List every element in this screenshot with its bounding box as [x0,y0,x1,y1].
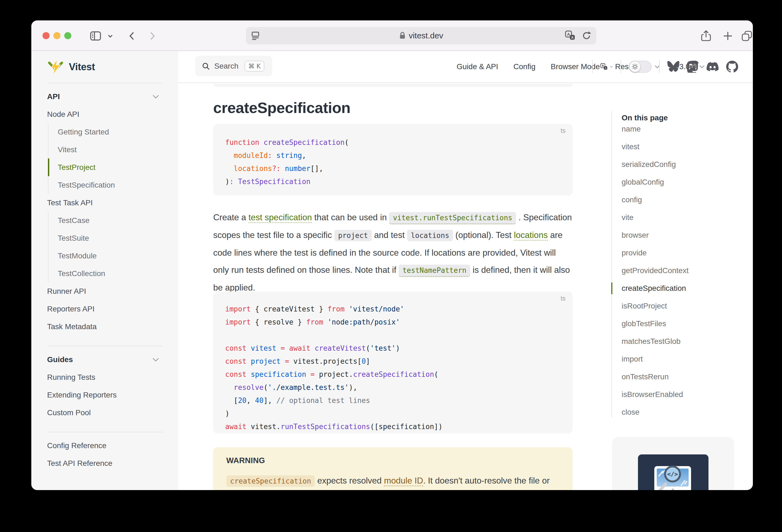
inline-code: createSpecification [226,475,315,487]
new-tab-icon[interactable] [721,30,734,42]
address-bar[interactable]: vitest.dev A A [246,27,596,44]
browser-titlebar: vitest.dev A A [31,21,753,51]
traffic-lights [42,32,71,39]
svg-text:A: A [602,64,604,68]
sidebar-item-label: Guides [47,355,73,364]
sidebar-item-testsuite[interactable]: TestSuite [48,229,178,247]
github-icon[interactable] [726,61,738,73]
sidebar-item-test-task-api[interactable]: Test Task API [31,194,178,212]
sidebar-item-extending-reporters[interactable]: Extending Reporters [31,386,178,404]
sidebar-item-testspecification[interactable]: TestSpecification [48,176,178,194]
url-text: vitest.dev [409,31,443,40]
sidebar-item-testmodule[interactable]: TestModule [48,247,178,264]
outline-link-matchestestglob[interactable]: matchesTestGlob [621,332,688,350]
sidebar-item-label: Test API Reference [47,459,112,468]
search-shortcut: ⌘ K [245,61,264,72]
nav-link-config[interactable]: Config [513,62,536,71]
back-button[interactable] [126,30,139,42]
page-title: createSpecification [213,99,350,116]
sidebar-chevron-down-icon[interactable] [106,30,114,42]
outline-link-globalconfig[interactable]: globalConfig [621,173,688,191]
sidebar-item-label: Running Tests [47,373,95,382]
bluesky-icon[interactable] [667,61,679,73]
search-button[interactable]: Search ⌘ K [195,56,272,76]
sidebar-item-running-tests[interactable]: Running Tests [31,368,178,386]
outline-link-import[interactable]: import [621,350,688,368]
camera-dot [672,489,674,490]
nav-link-guide-api[interactable]: Guide & API [457,62,498,71]
outline-link-globtestfiles[interactable]: globTestFiles [621,315,688,332]
sidebar-item-config-reference[interactable]: Config Reference [31,437,178,454]
outline-link-close[interactable]: close [621,403,688,421]
sidebar-item-getting-started[interactable]: Getting Started [48,123,178,141]
share-icon[interactable] [700,30,712,42]
mastodon-icon[interactable] [687,61,699,73]
monitor-illustration: </> [654,466,691,490]
outline-link-provide[interactable]: provide [621,244,688,262]
sidebar-item-label: Getting Started [58,128,109,136]
outline-link-createspecification[interactable]: createSpecification [621,279,688,297]
docs-navbar: Search ⌘ K Guide & APIConfigBrowser Mode… [178,51,753,83]
sidebar-item-testcase[interactable]: TestCase [48,212,178,229]
sponsor-card[interactable]: </> [612,437,734,490]
sidebar-item-label: Runner API [47,287,86,296]
previous-code-block-remnant [213,84,573,87]
sidebar-item-guides[interactable]: Guides [31,351,178,368]
outline-links: namevitestserializedConfigglobalConfigco… [621,120,688,421]
outline-link-vite[interactable]: vite [621,209,688,226]
search-icon [202,62,210,70]
outline-link-config[interactable]: config [621,191,688,209]
sidebar-item-reporters-api[interactable]: Reporters API [31,300,178,318]
outline-link-browser[interactable]: browser [621,226,688,244]
theme-toggle[interactable] [629,61,651,73]
tab-overview-icon[interactable] [741,30,753,42]
svg-text:A: A [605,67,606,69]
inline-link[interactable]: module ID [384,476,423,486]
translate-icon[interactable]: A A [565,30,576,41]
outline-link-ontestsrerun[interactable]: onTestsRerun [621,368,688,386]
sponsor-image: </> [638,454,709,490]
inline-link[interactable]: testNamePattern [399,264,470,277]
warning-title: WARNING [226,456,560,465]
forward-button[interactable] [146,30,158,42]
code-block-example[interactable]: ts import { createVitest } from 'vitest/… [213,292,573,433]
screenshot-stage: vitest.dev A A [0,0,782,532]
minimize-window-button[interactable] [54,32,61,39]
outline-link-isrootproject[interactable]: isRootProject [621,297,688,315]
translate-icon: A A [600,63,607,70]
sidebar-item-runner-api[interactable]: Runner API [31,282,178,300]
code-language-label: ts [561,295,566,302]
zoom-window-button[interactable] [64,32,71,39]
outline-link-vitest[interactable]: vitest [621,138,688,155]
sidebar-item-node-api[interactable]: Node API [31,105,178,123]
site-logo[interactable]: Vitest [31,51,178,83]
close-window-button[interactable] [42,32,49,39]
sidebar-item-custom-pool[interactable]: Custom Pool [31,404,178,422]
sidebar-item-test-api-reference[interactable]: Test API Reference [31,454,178,472]
outline-link-name[interactable]: name [621,120,688,138]
description-paragraph: Create a test specification that can be … [213,209,573,296]
outline-link-serializedconfig[interactable]: serializedConfig [621,155,688,173]
sidebar-item-testcollection[interactable]: TestCollection [48,264,178,282]
inline-link[interactable]: locations [514,230,547,241]
inline-link[interactable]: test specification [249,212,312,223]
sidebar-item-task-metadata[interactable]: Task Metadata [31,318,178,335]
sidebar-divider [47,346,163,346]
outline-link-isbrowserenabled[interactable]: isBrowserEnabled [621,386,688,403]
sidebar-item-label: TestModule [58,252,97,260]
sidebar-item-vitest[interactable]: Vitest [48,141,178,158]
outline-link-getprovidedcontext[interactable]: getProvidedContext [621,262,688,279]
sidebar-item-label: Extending Reporters [47,391,116,399]
inline-code: project [334,230,372,241]
inline-link[interactable]: vitest.runTestSpecifications [389,212,516,224]
sidebar-item-api[interactable]: API [31,88,178,105]
reload-icon[interactable] [581,30,592,41]
sidebar-toggle-icon[interactable] [89,30,102,42]
sidebar-item-testproject[interactable]: TestProject [48,158,178,176]
sidebar-item-label: Task Metadata [47,322,97,331]
language-menu[interactable]: A A [600,61,613,72]
discord-icon[interactable] [707,61,718,73]
chevron-down-icon [610,65,613,69]
code-block-signature[interactable]: ts function createSpecification( moduleI… [213,124,573,196]
sidebar-nav: APINode APIGetting StartedVitestTestProj… [31,83,178,472]
